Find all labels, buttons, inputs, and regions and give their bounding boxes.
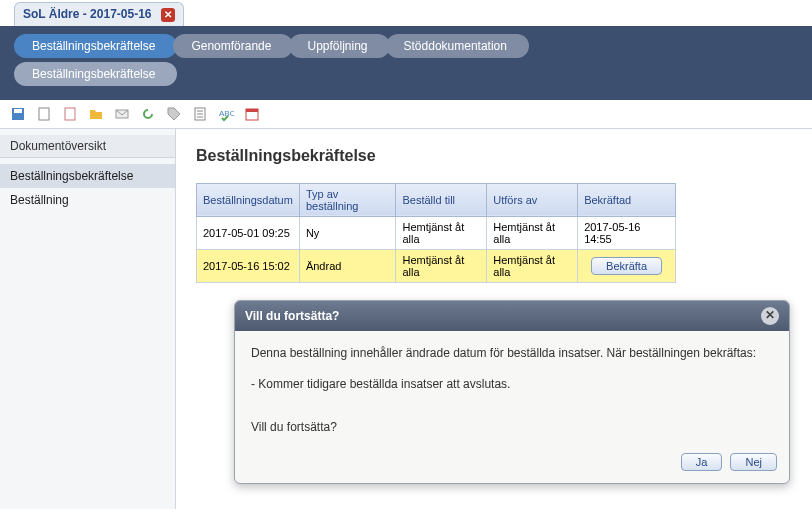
window-title: SoL Äldre - 2017-05-16: [23, 7, 152, 21]
list-icon[interactable]: [192, 106, 208, 122]
svg-rect-2: [39, 108, 49, 120]
nav-bar: Beställningsbekräftelse Genomförande Upp…: [0, 26, 812, 100]
mail-icon[interactable]: [114, 106, 130, 122]
window-tab[interactable]: SoL Äldre - 2017-05-16 ✕: [14, 2, 184, 26]
close-window-icon[interactable]: ✕: [161, 8, 175, 22]
table-row[interactable]: 2017-05-01 09:25 Ny Hemtjänst åt alla He…: [197, 216, 676, 249]
tab-uppfoljning[interactable]: Uppföljning: [289, 34, 389, 58]
orders-table: Beställningsdatum Typ av beställning Bes…: [196, 183, 676, 283]
sidebar-header: Dokumentöversikt: [0, 135, 175, 158]
col-typ[interactable]: Typ av beställning: [299, 183, 396, 216]
svg-rect-11: [246, 109, 258, 112]
cell-type: Ny: [299, 216, 396, 249]
spellcheck-icon[interactable]: ABC: [218, 106, 234, 122]
svg-rect-1: [14, 109, 22, 113]
confirm-button[interactable]: Bekräfta: [591, 257, 662, 275]
dialog-title-text: Vill du fortsätta?: [245, 309, 339, 323]
calendar-icon[interactable]: [244, 106, 260, 122]
cell-date: 2017-05-16 15:02: [197, 249, 300, 282]
dialog-yes-button[interactable]: Ja: [681, 453, 723, 471]
sidebar: Dokumentöversikt Beställningsbekräftelse…: [0, 129, 176, 509]
table-row[interactable]: 2017-05-16 15:02 Ändrad Hemtjänst åt all…: [197, 249, 676, 282]
col-bestallningsdatum[interactable]: Beställningsdatum: [197, 183, 300, 216]
tab-genomforande[interactable]: Genomförande: [173, 34, 293, 58]
cell-confirm-action: Bekräfta: [578, 249, 676, 282]
col-bestalld-till[interactable]: Beställd till: [396, 183, 487, 216]
sidebar-item-bestallningsbekraftelse[interactable]: Beställningsbekräftelse: [0, 164, 175, 188]
dialog-titlebar: Vill du fortsätta? ✕: [235, 301, 789, 331]
table-header-row: Beställningsdatum Typ av beställning Bes…: [197, 183, 676, 216]
note-icon[interactable]: [62, 106, 78, 122]
document-icon[interactable]: [36, 106, 52, 122]
cell-by: Hemtjänst åt alla: [487, 249, 578, 282]
col-bekraftad[interactable]: Bekräftad: [578, 183, 676, 216]
cell-date: 2017-05-01 09:25: [197, 216, 300, 249]
folder-icon[interactable]: [88, 106, 104, 122]
nav-row-secondary: Beställningsbekräftelse: [14, 62, 796, 86]
page-title: Beställningsbekräftelse: [196, 147, 792, 165]
dialog-body: Denna beställning innehåller ändrade dat…: [235, 331, 789, 445]
dialog-line1: Denna beställning innehåller ändrade dat…: [251, 345, 773, 362]
tab-stoddokumentation[interactable]: Stöddokumentation: [386, 34, 529, 58]
svg-rect-3: [65, 108, 75, 120]
tab-bestallningsbekraftelse[interactable]: Beställningsbekräftelse: [14, 34, 177, 58]
dialog-line2: - Kommer tidigare beställda insatser att…: [251, 376, 773, 393]
col-utfors-av[interactable]: Utförs av: [487, 183, 578, 216]
confirm-dialog: Vill du fortsätta? ✕ Denna beställning i…: [234, 300, 790, 484]
sidebar-item-bestallning[interactable]: Beställning: [0, 188, 175, 212]
subtab-bestallningsbekraftelse[interactable]: Beställningsbekräftelse: [14, 62, 177, 86]
refresh-icon[interactable]: [140, 106, 156, 122]
cell-to: Hemtjänst åt alla: [396, 216, 487, 249]
dialog-footer: Ja Nej: [235, 445, 789, 483]
tag-icon[interactable]: [166, 106, 182, 122]
cell-type: Ändrad: [299, 249, 396, 282]
nav-row-primary: Beställningsbekräftelse Genomförande Upp…: [14, 34, 796, 58]
cell-confirmed: 2017-05-16 14:55: [578, 216, 676, 249]
cell-to: Hemtjänst åt alla: [396, 249, 487, 282]
cell-by: Hemtjänst åt alla: [487, 216, 578, 249]
dialog-no-button[interactable]: Nej: [730, 453, 777, 471]
dialog-close-icon[interactable]: ✕: [761, 307, 779, 325]
save-icon[interactable]: [10, 106, 26, 122]
dialog-line3: Vill du fortsätta?: [251, 419, 773, 436]
toolbar: ABC: [0, 100, 812, 129]
